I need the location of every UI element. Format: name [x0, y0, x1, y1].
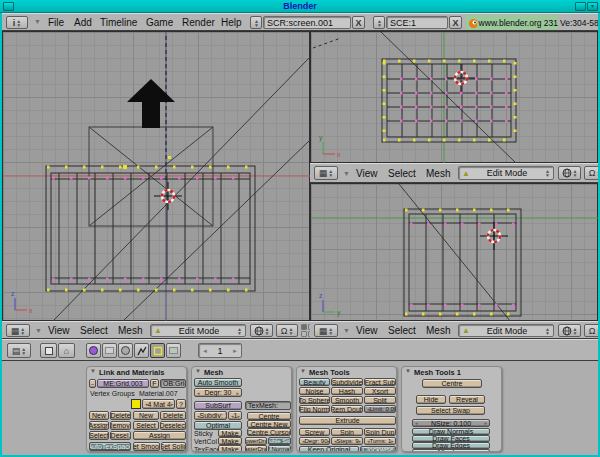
autotexspace-toggle[interactable]: AutoTexSpace	[89, 442, 131, 451]
viewport-side[interactable]: z y	[310, 183, 598, 321]
mode-dropdown[interactable]: ▲ Edit Mode ▲▼	[150, 324, 246, 337]
draw-edges-toggle[interactable]: Draw Edges	[412, 442, 490, 449]
scene-context-button[interactable]	[102, 343, 117, 358]
menu-mesh[interactable]: Mesh	[426, 322, 450, 339]
vgroup-assign-button[interactable]: Assign	[89, 421, 109, 430]
centre-cursor-button[interactable]: Centre Cursor	[247, 428, 291, 436]
pivot-button[interactable]: Ω ▲▼	[584, 166, 598, 180]
subdiv-stepper[interactable]: Subdiv: 1	[194, 411, 227, 420]
scene-name-field[interactable]: SCE:1	[386, 16, 448, 29]
no-vnormal-flip-toggle[interactable]: No V.Normal Flip	[268, 445, 291, 452]
mode-dropdown[interactable]: ▲ Edit Mode ▲▼	[458, 324, 554, 337]
vertcol-make-button[interactable]: Make	[218, 437, 242, 445]
header-collapse-icon[interactable]: ▼	[343, 170, 350, 177]
auto-smooth-toggle[interactable]: Auto Smooth	[194, 378, 242, 387]
menu-select[interactable]: Select	[388, 322, 416, 339]
frame-stepper[interactable]: ◄ 1 ►	[198, 343, 242, 358]
material-deselect-button[interactable]: Deselect	[160, 421, 186, 430]
frame-prev-icon[interactable]: ◄	[202, 348, 208, 354]
degr90-stepper[interactable]: Degr: 90	[299, 437, 330, 445]
panel-alignment-button[interactable]	[40, 343, 57, 358]
sticky-make-button[interactable]: Make	[218, 429, 242, 437]
menu-file[interactable]: File	[48, 14, 64, 31]
spin-dup-button[interactable]: Spin Dup	[364, 428, 396, 436]
vgroup-new-button[interactable]: New	[89, 411, 109, 420]
subsurf-toggle[interactable]: SubSurf	[194, 401, 242, 410]
scene-delete-button[interactable]: X	[449, 16, 462, 29]
panel-collapse-icon[interactable]: ▼	[195, 368, 201, 374]
beauty-toggle[interactable]: Beauty	[299, 378, 330, 386]
set-solid-button[interactable]: Set Solid	[161, 442, 186, 451]
texmesh-field[interactable]: TexMesh:	[245, 401, 291, 410]
home-view-button[interactable]: ⌂	[58, 343, 75, 358]
menu-render[interactable]: Render	[182, 14, 215, 31]
menu-help[interactable]: Help	[221, 14, 242, 31]
select-swap-button[interactable]: Select Swap	[416, 406, 485, 415]
double-sided-toggle[interactable]: Double Sided	[268, 437, 291, 445]
menu-add[interactable]: Add	[74, 14, 92, 31]
menu-select[interactable]: Select	[388, 165, 416, 182]
viewport-type-button[interactable]: ▦ ▲▼	[314, 166, 338, 180]
fract-sub-button[interactable]: Fract Sub	[364, 378, 396, 386]
titlebar[interactable]: Blender ▾	[0, 0, 600, 13]
layer-buttons[interactable]	[301, 324, 310, 337]
flip-normals-button[interactable]: Flip Norm	[299, 405, 330, 413]
material-new-button[interactable]: New	[133, 411, 159, 420]
scene-browse-button[interactable]: ▲▼	[373, 16, 385, 29]
vgroup-deselect-button[interactable]: Desel.	[110, 431, 131, 440]
panel-collapse-icon[interactable]: ▼	[300, 368, 306, 374]
centre-button[interactable]: Centre	[422, 379, 482, 388]
screen-delete-button[interactable]: X	[352, 16, 365, 29]
draw-mode-button[interactable]: ▲▼	[250, 324, 273, 337]
material-index-stepper[interactable]: 4 Mat 4	[142, 399, 175, 409]
viewport-top[interactable]: y x	[310, 31, 598, 163]
mode-dropdown[interactable]: ▲ Edit Mode ▲▼	[458, 166, 554, 180]
window-shade-button[interactable]: ▾	[587, 2, 598, 11]
all-edges-toggle[interactable]: All edges	[412, 449, 490, 452]
nsize-stepper[interactable]: NSize: 0.100	[412, 419, 490, 427]
menu-game[interactable]: Game	[146, 14, 173, 31]
faster-draw-button[interactable]: FasterDraw	[245, 445, 267, 452]
set-smooth-button[interactable]: Set Smooth	[133, 442, 160, 451]
vgroup-delete-button[interactable]: Delete	[110, 411, 131, 420]
screen-name-field[interactable]: SCR:screen.001	[263, 16, 351, 29]
clockwise-toggle[interactable]: Clockwise	[360, 446, 396, 452]
fake-user-button[interactable]: F	[150, 379, 159, 388]
split-button[interactable]: Split	[364, 396, 396, 404]
screw-button[interactable]: Screw	[299, 428, 330, 436]
script-context-button[interactable]	[166, 343, 181, 358]
pivot-button[interactable]: Ω ▲▼	[276, 324, 298, 337]
draw-mode-button[interactable]: ▲▼	[558, 324, 581, 337]
hide-button[interactable]: Hide	[416, 395, 446, 404]
vgroup-select-button[interactable]: Select	[89, 431, 109, 440]
degr-stepper[interactable]: Degr: 30	[194, 388, 242, 397]
arrow-object[interactable]	[127, 79, 175, 128]
menu-mesh[interactable]: Mesh	[426, 165, 450, 182]
remove-doubles-button[interactable]: Rem Doub	[331, 405, 363, 413]
noise-button[interactable]: Noise	[299, 387, 330, 395]
draw-normals-toggle[interactable]: Draw Normals	[412, 428, 490, 435]
limit-stepper[interactable]: Limit: 0.001	[364, 405, 396, 413]
viewport-type-button[interactable]: ▦ ▲▼	[314, 324, 338, 337]
material-help-button[interactable]: ?	[176, 399, 186, 409]
window-maximize-button[interactable]	[575, 2, 586, 11]
hash-button[interactable]: Hash	[331, 387, 363, 395]
menu-view[interactable]: View	[356, 322, 378, 339]
material-color-swatch[interactable]	[131, 399, 141, 409]
menu-timeline[interactable]: Timeline	[100, 14, 137, 31]
xsort-button[interactable]: Xsort	[364, 387, 396, 395]
window-type-button[interactable]: ▤ ▲▼	[7, 343, 31, 358]
menu-mesh[interactable]: Mesh	[118, 322, 142, 339]
material-select-button[interactable]: Select	[133, 421, 159, 430]
me-browse-button[interactable]: ‒	[89, 379, 96, 388]
turns-stepper[interactable]: Turns: 1	[364, 437, 396, 445]
panel-collapse-icon[interactable]: ▼	[405, 368, 411, 374]
material-delete-button[interactable]: Delete	[160, 411, 186, 420]
frame-next-icon[interactable]: ►	[232, 348, 238, 354]
extrude-button[interactable]: Extrude	[299, 416, 396, 425]
mesh-name-field[interactable]: ME:Grid.003	[97, 379, 149, 388]
anim-context-button[interactable]	[134, 343, 149, 358]
slower-draw-button[interactable]: SlowerDraw	[245, 437, 267, 445]
steps-stepper[interactable]: Steps: 9	[331, 437, 363, 445]
centre-button[interactable]: Centre	[247, 412, 291, 420]
